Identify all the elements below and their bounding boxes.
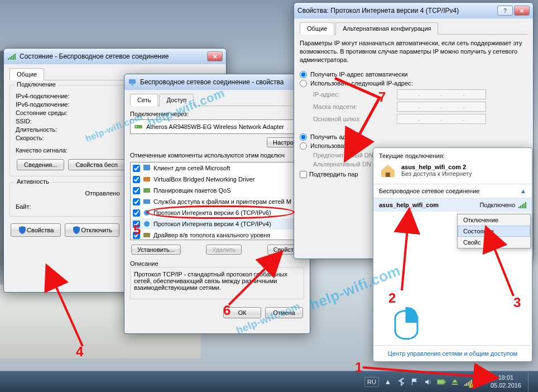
svg-point-3 (136, 126, 137, 127)
props-button-label: Свойства (27, 227, 54, 233)
activity-group-title: Активность (15, 178, 51, 185)
list-item: Планировщик пакетов QoS (131, 185, 304, 196)
tab-alt[interactable]: Альтернативная конфигурация (335, 22, 438, 35)
speed-label: Скорость: (16, 135, 88, 141)
svg-point-9 (144, 221, 150, 227)
component-label: Планировщик пакетов QoS (153, 187, 231, 194)
volume-icon[interactable] (424, 377, 433, 386)
adapter-name: Atheros AR9485WB-EG Wireless Network Ada… (146, 123, 284, 130)
bluetooth-icon[interactable] (397, 377, 406, 386)
quality-label: Качество сигнала: (16, 147, 88, 154)
close-icon[interactable]: ✕ (207, 51, 223, 61)
close-icon[interactable]: ✕ (514, 6, 530, 16)
props-tabs: Сеть Доступ (130, 93, 304, 106)
disable-button-label: Отключить (81, 227, 112, 233)
ctx-props[interactable]: Свойс (458, 237, 530, 248)
cancel-button[interactable]: Отмена (265, 307, 303, 318)
checkbox[interactable] (133, 198, 140, 205)
speaker-icon[interactable] (477, 377, 486, 386)
help-icon[interactable]: ? (497, 6, 513, 16)
props-titlebar[interactable]: Беспроводное сетевое соединение - свойст… (124, 74, 310, 90)
home-network-icon (379, 161, 397, 179)
ip-input: ... (397, 89, 486, 99)
language-indicator[interactable]: RU (364, 377, 379, 387)
eject-icon[interactable] (450, 377, 459, 386)
gw-label: Основной шлюз: (313, 116, 397, 122)
ctx-disconnect[interactable]: Отключение (458, 214, 530, 226)
annotation-number-4: 4 (76, 344, 83, 360)
svg-rect-4 (143, 165, 150, 170)
network-center-link[interactable]: Центр управления сетями и общим доступом (388, 350, 517, 357)
radio[interactable] (300, 133, 307, 141)
clock-time: 18:01 (491, 374, 521, 381)
disable-button[interactable]: Отключить (65, 223, 119, 237)
list-item: Драйвер в/в тополога канального уровня (131, 230, 304, 240)
warning-badge-icon (469, 383, 474, 388)
tab-network[interactable]: Сеть (130, 94, 158, 106)
clock-date: 05.02.2016 (491, 382, 521, 389)
svg-rect-16 (444, 381, 445, 383)
svg-rect-17 (452, 384, 458, 385)
checkbox[interactable] (133, 176, 140, 183)
media-label: Состояние среды: (16, 109, 88, 116)
wifi-props-button[interactable]: Свойства бесп (68, 159, 124, 170)
driver-icon (142, 175, 151, 184)
list-item: Протокол Интернета версии 4 (TCP/IPv4) (131, 218, 304, 230)
radio[interactable] (300, 142, 307, 150)
status-titlebar[interactable]: Состояние - Беспроводное сетевое соедине… (4, 49, 226, 64)
share-icon (142, 197, 151, 206)
radio[interactable] (300, 80, 307, 87)
components-list[interactable]: Клиент для сетей Microsoft VirtualBox Br… (130, 162, 304, 240)
component-label: Драйвер в/в тополога канального уровня (153, 232, 270, 238)
gw-input: ... (397, 114, 486, 124)
adapter-icon (134, 122, 143, 131)
clock[interactable]: 18:01 05.02.2016 (491, 374, 521, 389)
checkbox[interactable] (300, 171, 307, 178)
components-label: Отмеченные компоненты используются этим … (130, 152, 304, 159)
network-tray-icon[interactable] (464, 377, 473, 386)
annotation-number-3: 3 (513, 295, 521, 310)
radio-manual-label: Использовать следующий IP-адрес: (310, 80, 413, 87)
annotation-number-1: 1 (355, 360, 362, 375)
svg-rect-1 (131, 84, 133, 85)
bytes-label: Байт: (16, 203, 31, 210)
tab-general[interactable]: Общие (9, 68, 44, 80)
show-desktop-button[interactable] (528, 372, 535, 391)
annotation-number-5: 5 (133, 222, 141, 238)
radio-auto-dns[interactable]: Получить адрес D (300, 133, 527, 141)
radio-auto-ip[interactable]: Получить IP-адрес автоматически (300, 71, 527, 78)
ipv4-titlebar[interactable]: Свойства: Протокол Интернета версии 4 (T… (294, 3, 533, 18)
install-button[interactable]: Установить... (131, 245, 181, 255)
flag-icon[interactable] (410, 377, 419, 386)
checkbox[interactable] (133, 187, 140, 194)
checkbox[interactable] (133, 165, 140, 172)
checkbox[interactable] (133, 209, 140, 217)
wifi-item[interactable]: asus_help_wifi_com Подключено (373, 198, 532, 212)
system-tray: RU ▲ 18:01 05.02.2016 (364, 372, 535, 391)
ipv6-label: IPv6-подключение: (16, 101, 88, 108)
battery-icon[interactable] (437, 377, 446, 386)
component-label: Протокол Интернета версии 4 (TCP/IPv4) (153, 221, 271, 227)
svg-rect-5 (143, 177, 150, 181)
description-box: Протокол TCP/IP - стандартный протокол г… (130, 267, 304, 299)
ctx-status[interactable]: Состояние (458, 226, 530, 237)
context-menu: Отключение Состояние Свойс (457, 214, 531, 248)
flyout-no-access: Без доступа к Интернету (401, 170, 472, 177)
props-button[interactable]: Свойства (11, 223, 61, 237)
chevron-up-icon[interactable]: ▲ (520, 188, 526, 194)
svg-rect-18 (471, 384, 472, 386)
annotation-number-6: 6 (223, 303, 230, 318)
tab-access[interactable]: Доступ (159, 94, 194, 106)
radio-manual-ip[interactable]: Использовать следующий IP-адрес: (300, 80, 527, 87)
qos-icon (142, 186, 151, 195)
chevron-up-icon[interactable]: ▲ (383, 377, 392, 386)
radio[interactable] (300, 71, 307, 78)
component-label: Служба доступа к файлам и принтерам сете… (153, 198, 291, 205)
client-icon (142, 164, 151, 173)
svg-rect-0 (129, 79, 136, 84)
radio-dnsauto-label: Получить адрес D (310, 133, 362, 140)
svg-rect-6 (143, 188, 150, 193)
tab-general[interactable]: Общие (300, 22, 334, 35)
details-button[interactable]: Сведения... (17, 159, 64, 170)
flyout-wifi-section: Беспроводное сетевое соединение ▲ (373, 184, 532, 198)
